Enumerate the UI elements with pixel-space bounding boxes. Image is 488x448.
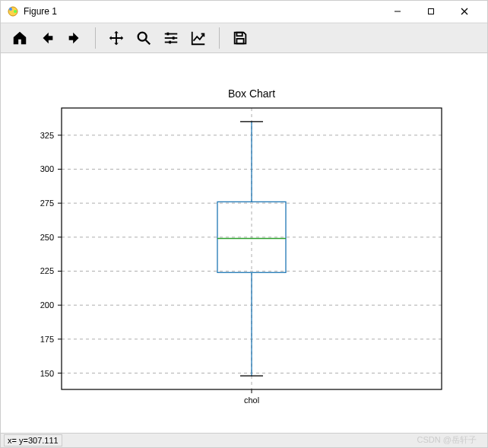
app-icon bbox=[7, 5, 19, 17]
separator bbox=[219, 27, 220, 49]
sliders-icon bbox=[163, 30, 179, 46]
window-title: Figure 1 bbox=[24, 6, 381, 17]
figure-window: Figure 1 bbox=[0, 0, 488, 448]
save-icon bbox=[232, 30, 249, 46]
arrow-right-icon bbox=[66, 30, 83, 46]
window-controls bbox=[381, 1, 481, 22]
move-icon bbox=[108, 30, 125, 46]
svg-text:325: 325 bbox=[40, 131, 54, 140]
svg-line-8 bbox=[146, 40, 151, 45]
home-button[interactable] bbox=[7, 25, 33, 51]
separator bbox=[95, 27, 96, 49]
svg-text:150: 150 bbox=[40, 369, 54, 378]
close-button[interactable] bbox=[448, 1, 481, 22]
svg-point-2 bbox=[14, 10, 17, 13]
svg-text:175: 175 bbox=[40, 335, 54, 344]
svg-point-7 bbox=[138, 33, 147, 41]
svg-text:Box Chart: Box Chart bbox=[228, 87, 275, 100]
svg-text:225: 225 bbox=[40, 266, 54, 275]
home-icon bbox=[11, 30, 28, 46]
titlebar: Figure 1 bbox=[1, 1, 487, 23]
pan-button[interactable] bbox=[103, 25, 129, 51]
subplots-button[interactable] bbox=[158, 25, 184, 51]
svg-rect-12 bbox=[173, 37, 175, 40]
svg-rect-14 bbox=[169, 41, 171, 44]
axis-button[interactable] bbox=[185, 25, 211, 51]
minimize-button[interactable] bbox=[381, 1, 414, 22]
arrow-left-icon bbox=[39, 30, 55, 46]
maximize-button[interactable] bbox=[414, 1, 448, 22]
forward-button[interactable] bbox=[62, 25, 87, 51]
boxplot-chart: Box Chart150175200225250275300325chol bbox=[1, 53, 487, 433]
svg-rect-4 bbox=[429, 9, 434, 14]
plot-area[interactable]: Box Chart150175200225250275300325chol bbox=[1, 53, 487, 433]
zoom-button[interactable] bbox=[131, 25, 157, 51]
zoom-icon bbox=[135, 30, 152, 46]
chart-line-icon bbox=[190, 30, 207, 46]
svg-text:chol: chol bbox=[244, 396, 259, 405]
statusbar: x= y=307.111 CSDN @岳轩子 bbox=[1, 433, 487, 447]
cursor-coords: x= y=307.111 bbox=[4, 434, 62, 446]
back-button[interactable] bbox=[34, 25, 60, 51]
svg-rect-16 bbox=[236, 39, 243, 43]
svg-point-1 bbox=[9, 8, 12, 11]
svg-text:300: 300 bbox=[40, 164, 54, 173]
svg-text:200: 200 bbox=[40, 300, 54, 310]
svg-text:275: 275 bbox=[40, 199, 54, 208]
watermark: CSDN @岳轩子 bbox=[417, 434, 484, 446]
svg-rect-10 bbox=[167, 33, 170, 36]
svg-rect-15 bbox=[236, 33, 242, 37]
toolbar bbox=[1, 23, 487, 53]
svg-text:250: 250 bbox=[40, 233, 54, 242]
save-button[interactable] bbox=[227, 25, 253, 51]
